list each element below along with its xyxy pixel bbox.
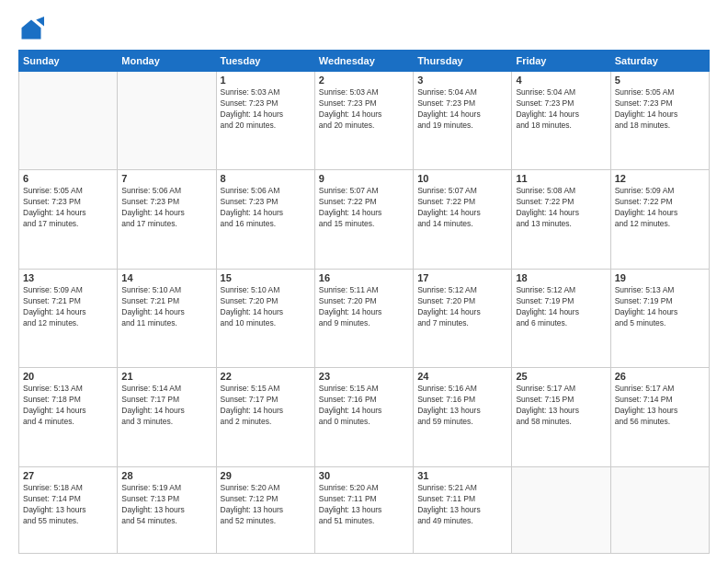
day-info: Sunrise: 5:17 AM Sunset: 7:14 PM Dayligh… [615, 384, 705, 428]
day-info: Sunrise: 5:14 AM Sunset: 7:17 PM Dayligh… [121, 384, 211, 428]
calendar-cell: 22Sunrise: 5:15 AM Sunset: 7:17 PM Dayli… [216, 368, 314, 466]
calendar-week-1: 1Sunrise: 5:03 AM Sunset: 7:23 PM Daylig… [19, 72, 710, 170]
day-number: 16 [319, 272, 409, 283]
calendar-cell: 7Sunrise: 5:06 AM Sunset: 7:23 PM Daylig… [118, 170, 216, 269]
calendar-cell: 16Sunrise: 5:11 AM Sunset: 7:20 PM Dayli… [314, 269, 413, 367]
day-info: Sunrise: 5:05 AM Sunset: 7:23 PM Dayligh… [23, 186, 113, 230]
calendar-cell: 19Sunrise: 5:13 AM Sunset: 7:19 PM Dayli… [610, 269, 709, 367]
day-info: Sunrise: 5:15 AM Sunset: 7:16 PM Dayligh… [319, 384, 409, 428]
calendar-cell: 25Sunrise: 5:17 AM Sunset: 7:15 PM Dayli… [512, 368, 610, 466]
day-number: 30 [319, 470, 409, 481]
day-number: 6 [23, 173, 113, 184]
weekday-header-wednesday: Wednesday [314, 51, 413, 72]
day-number: 13 [23, 272, 113, 283]
logo [18, 17, 48, 42]
calendar-cell: 18Sunrise: 5:12 AM Sunset: 7:19 PM Dayli… [512, 269, 610, 367]
day-info: Sunrise: 5:04 AM Sunset: 7:23 PM Dayligh… [516, 87, 606, 132]
day-number: 20 [23, 371, 113, 382]
calendar-cell: 15Sunrise: 5:10 AM Sunset: 7:20 PM Dayli… [216, 269, 314, 367]
day-info: Sunrise: 5:12 AM Sunset: 7:19 PM Dayligh… [516, 285, 606, 329]
calendar-cell: 8Sunrise: 5:06 AM Sunset: 7:23 PM Daylig… [216, 170, 314, 269]
svg-marker-1 [36, 17, 44, 27]
calendar-cell [19, 72, 118, 170]
day-info: Sunrise: 5:09 AM Sunset: 7:21 PM Dayligh… [23, 285, 113, 329]
calendar-cell: 4Sunrise: 5:04 AM Sunset: 7:23 PM Daylig… [512, 72, 610, 170]
calendar-cell: 5Sunrise: 5:05 AM Sunset: 7:23 PM Daylig… [610, 72, 709, 170]
day-number: 27 [23, 470, 113, 481]
day-info: Sunrise: 5:07 AM Sunset: 7:22 PM Dayligh… [417, 186, 507, 230]
calendar-cell: 1Sunrise: 5:03 AM Sunset: 7:23 PM Daylig… [216, 72, 314, 170]
day-number: 26 [615, 371, 705, 382]
day-info: Sunrise: 5:19 AM Sunset: 7:13 PM Dayligh… [121, 483, 211, 527]
day-number: 11 [516, 173, 606, 184]
weekday-header-friday: Friday [512, 51, 610, 72]
day-info: Sunrise: 5:15 AM Sunset: 7:17 PM Dayligh… [221, 384, 311, 428]
day-info: Sunrise: 5:20 AM Sunset: 7:12 PM Dayligh… [221, 483, 311, 527]
day-info: Sunrise: 5:20 AM Sunset: 7:11 PM Dayligh… [319, 483, 409, 527]
calendar-cell: 26Sunrise: 5:17 AM Sunset: 7:14 PM Dayli… [610, 368, 709, 466]
day-number: 9 [319, 173, 409, 184]
day-number: 2 [319, 75, 409, 86]
day-info: Sunrise: 5:07 AM Sunset: 7:22 PM Dayligh… [319, 186, 409, 230]
calendar-cell: 23Sunrise: 5:15 AM Sunset: 7:16 PM Dayli… [314, 368, 413, 466]
weekday-header-sunday: Sunday [19, 51, 118, 72]
day-number: 3 [417, 75, 507, 86]
calendar-cell: 31Sunrise: 5:21 AM Sunset: 7:11 PM Dayli… [414, 466, 512, 553]
calendar-cell: 24Sunrise: 5:16 AM Sunset: 7:16 PM Dayli… [414, 368, 512, 466]
day-info: Sunrise: 5:06 AM Sunset: 7:23 PM Dayligh… [121, 186, 211, 230]
logo-icon [18, 17, 44, 42]
day-info: Sunrise: 5:03 AM Sunset: 7:23 PM Dayligh… [221, 87, 311, 132]
calendar-week-3: 13Sunrise: 5:09 AM Sunset: 7:21 PM Dayli… [19, 269, 710, 367]
calendar-week-4: 20Sunrise: 5:13 AM Sunset: 7:18 PM Dayli… [19, 368, 710, 466]
day-info: Sunrise: 5:12 AM Sunset: 7:20 PM Dayligh… [417, 285, 507, 329]
day-info: Sunrise: 5:13 AM Sunset: 7:18 PM Dayligh… [23, 384, 113, 428]
day-info: Sunrise: 5:10 AM Sunset: 7:21 PM Dayligh… [121, 285, 211, 329]
day-number: 29 [221, 470, 311, 481]
day-number: 23 [319, 371, 409, 382]
calendar-cell [512, 466, 610, 553]
calendar-cell: 29Sunrise: 5:20 AM Sunset: 7:12 PM Dayli… [216, 466, 314, 553]
calendar-cell: 14Sunrise: 5:10 AM Sunset: 7:21 PM Dayli… [118, 269, 216, 367]
calendar-cell: 13Sunrise: 5:09 AM Sunset: 7:21 PM Dayli… [19, 269, 118, 367]
day-number: 22 [221, 371, 311, 382]
day-number: 14 [121, 272, 211, 283]
calendar-cell: 20Sunrise: 5:13 AM Sunset: 7:18 PM Dayli… [19, 368, 118, 466]
weekday-header-row: SundayMondayTuesdayWednesdayThursdayFrid… [19, 51, 710, 72]
calendar-cell: 27Sunrise: 5:18 AM Sunset: 7:14 PM Dayli… [19, 466, 118, 553]
day-number: 12 [615, 173, 705, 184]
day-info: Sunrise: 5:04 AM Sunset: 7:23 PM Dayligh… [417, 87, 507, 132]
calendar-cell: 21Sunrise: 5:14 AM Sunset: 7:17 PM Dayli… [118, 368, 216, 466]
day-info: Sunrise: 5:18 AM Sunset: 7:14 PM Dayligh… [23, 483, 113, 527]
day-info: Sunrise: 5:09 AM Sunset: 7:22 PM Dayligh… [615, 186, 705, 230]
calendar-cell [118, 72, 216, 170]
day-number: 28 [121, 470, 211, 481]
calendar-cell: 11Sunrise: 5:08 AM Sunset: 7:22 PM Dayli… [512, 170, 610, 269]
day-info: Sunrise: 5:17 AM Sunset: 7:15 PM Dayligh… [516, 384, 606, 428]
day-info: Sunrise: 5:05 AM Sunset: 7:23 PM Dayligh… [615, 87, 705, 132]
header [18, 17, 710, 42]
day-info: Sunrise: 5:06 AM Sunset: 7:23 PM Dayligh… [221, 186, 311, 230]
calendar-week-5: 27Sunrise: 5:18 AM Sunset: 7:14 PM Dayli… [19, 466, 710, 553]
calendar-cell: 17Sunrise: 5:12 AM Sunset: 7:20 PM Dayli… [414, 269, 512, 367]
calendar-cell: 6Sunrise: 5:05 AM Sunset: 7:23 PM Daylig… [19, 170, 118, 269]
day-info: Sunrise: 5:16 AM Sunset: 7:16 PM Dayligh… [417, 384, 507, 428]
day-info: Sunrise: 5:10 AM Sunset: 7:20 PM Dayligh… [221, 285, 311, 329]
calendar-cell: 2Sunrise: 5:03 AM Sunset: 7:23 PM Daylig… [314, 72, 413, 170]
day-number: 21 [121, 371, 211, 382]
day-number: 25 [516, 371, 606, 382]
day-number: 7 [121, 173, 211, 184]
weekday-header-monday: Monday [118, 51, 216, 72]
calendar-cell: 10Sunrise: 5:07 AM Sunset: 7:22 PM Dayli… [414, 170, 512, 269]
day-info: Sunrise: 5:13 AM Sunset: 7:19 PM Dayligh… [615, 285, 705, 329]
weekday-header-thursday: Thursday [414, 51, 512, 72]
calendar-cell: 3Sunrise: 5:04 AM Sunset: 7:23 PM Daylig… [414, 72, 512, 170]
day-info: Sunrise: 5:03 AM Sunset: 7:23 PM Dayligh… [319, 87, 409, 132]
day-number: 5 [615, 75, 705, 86]
calendar-cell [610, 466, 709, 553]
day-number: 18 [516, 272, 606, 283]
day-number: 1 [221, 75, 311, 86]
calendar-cell: 9Sunrise: 5:07 AM Sunset: 7:22 PM Daylig… [314, 170, 413, 269]
day-number: 31 [417, 470, 507, 481]
page: SundayMondayTuesdayWednesdayThursdayFrid… [0, 0, 728, 563]
day-info: Sunrise: 5:08 AM Sunset: 7:22 PM Dayligh… [516, 186, 606, 230]
